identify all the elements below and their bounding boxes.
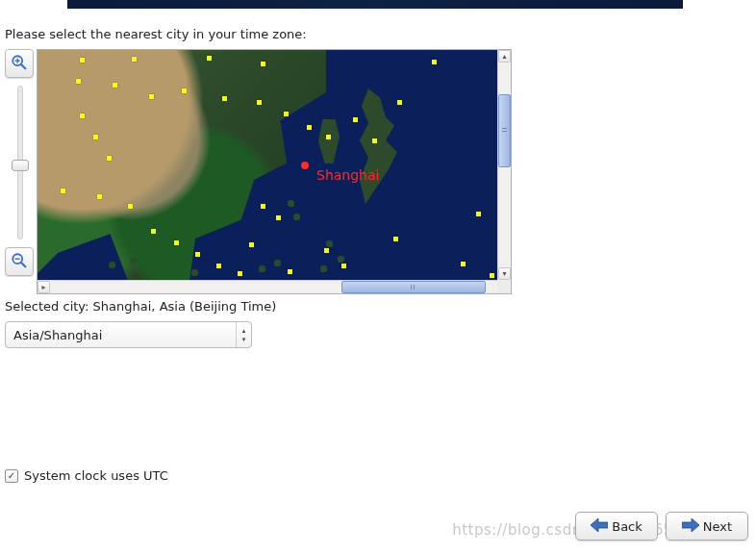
city-dot[interactable] — [276, 215, 281, 220]
city-dot[interactable] — [216, 264, 221, 268]
timezone-combobox[interactable]: Asia/Shanghai ▴▾ — [5, 321, 252, 348]
city-dot[interactable] — [284, 112, 289, 116]
city-dot[interactable] — [261, 204, 265, 209]
back-button-label: Back — [612, 519, 643, 534]
header-banner — [67, 0, 683, 9]
zoom-in-icon — [11, 54, 28, 74]
zoom-controls — [5, 49, 36, 276]
selected-city-text: Selected city: Shanghai, Asia (Beijing T… — [5, 299, 276, 314]
city-dot[interactable] — [113, 83, 117, 88]
next-button-label: Next — [703, 519, 732, 534]
arrow-right-icon — [682, 518, 699, 535]
city-dot[interactable] — [149, 94, 154, 99]
map-vertical-scrollbar[interactable]: ▴ ▾ — [497, 50, 511, 280]
island — [109, 262, 115, 268]
city-dot[interactable] — [257, 100, 262, 105]
island — [293, 214, 300, 220]
zoom-slider[interactable] — [17, 86, 23, 239]
wizard-nav: Back Next — [575, 512, 748, 541]
city-dot[interactable] — [261, 62, 265, 66]
selected-city-label: Shanghai — [316, 167, 379, 183]
city-dot[interactable] — [151, 229, 156, 234]
back-button[interactable]: Back — [575, 512, 658, 541]
city-dot[interactable] — [207, 56, 212, 61]
island — [259, 265, 265, 272]
city-dot[interactable] — [461, 262, 466, 266]
city-dot[interactable] — [307, 125, 312, 130]
city-dot[interactable] — [195, 252, 200, 257]
map-horizontal-scrollbar[interactable]: ◂ ▸ — [38, 280, 497, 293]
svg-marker-8 — [682, 518, 699, 532]
city-dot[interactable] — [93, 135, 98, 139]
city-dot[interactable] — [432, 60, 437, 64]
island — [338, 256, 344, 263]
landmass — [318, 119, 340, 164]
svg-marker-7 — [591, 518, 608, 532]
island — [130, 258, 137, 264]
scrollbar-corner — [497, 280, 511, 293]
city-dot[interactable] — [324, 248, 329, 253]
city-dot[interactable] — [476, 212, 481, 216]
city-dot[interactable] — [341, 264, 346, 268]
timezone-prompt: Please select the nearest city in your t… — [5, 27, 307, 41]
city-dot[interactable] — [80, 113, 85, 118]
city-dot[interactable] — [182, 88, 187, 93]
city-dot[interactable] — [353, 117, 358, 122]
scroll-down-button[interactable]: ▾ — [498, 267, 511, 280]
city-dot[interactable] — [288, 269, 292, 274]
selected-city-marker[interactable] — [301, 162, 309, 169]
utc-checkbox[interactable]: ✓ — [5, 469, 18, 483]
utc-checkbox-row: ✓ System clock uses UTC — [5, 468, 168, 483]
island — [191, 269, 198, 276]
scroll-up-button[interactable]: ▴ — [498, 50, 511, 63]
map-viewport[interactable]: Shanghai — [38, 50, 497, 280]
city-dot[interactable] — [80, 58, 85, 63]
svg-line-5 — [21, 262, 26, 266]
city-dot[interactable] — [107, 156, 112, 161]
city-dot[interactable] — [238, 271, 242, 276]
landmass — [345, 88, 403, 204]
island — [320, 265, 327, 272]
zoom-out-icon — [11, 252, 28, 272]
city-dot[interactable] — [128, 204, 133, 209]
city-dot[interactable] — [76, 79, 81, 84]
city-dot[interactable] — [326, 135, 331, 139]
timezone-map[interactable]: Shanghai ▴ ▾ ◂ ▸ — [37, 49, 512, 294]
city-dot[interactable] — [97, 194, 102, 199]
island — [288, 200, 294, 207]
city-dot[interactable] — [393, 237, 398, 241]
utc-checkbox-label: System clock uses UTC — [24, 468, 168, 483]
svg-line-1 — [21, 63, 26, 68]
island — [326, 240, 333, 247]
city-dot[interactable] — [174, 240, 179, 245]
combobox-spinner-icon: ▴▾ — [236, 322, 251, 347]
island — [274, 260, 281, 266]
zoom-out-button[interactable] — [5, 247, 34, 276]
zoom-in-button[interactable] — [5, 49, 34, 78]
scroll-right-button[interactable]: ▸ — [38, 281, 50, 293]
city-dot[interactable] — [249, 242, 254, 247]
hscroll-thumb[interactable] — [341, 281, 486, 293]
city-dot[interactable] — [397, 100, 402, 105]
city-dot[interactable] — [61, 189, 65, 193]
zoom-slider-thumb[interactable] — [12, 160, 29, 171]
city-dot[interactable] — [222, 96, 227, 101]
city-dot[interactable] — [372, 138, 377, 143]
next-button[interactable]: Next — [666, 512, 748, 541]
vscroll-thumb[interactable] — [498, 94, 511, 167]
city-dot[interactable] — [490, 273, 494, 278]
landmass — [38, 50, 326, 280]
timezone-combobox-value: Asia/Shanghai — [6, 328, 236, 342]
city-dot[interactable] — [132, 57, 137, 62]
arrow-left-icon — [591, 518, 608, 535]
